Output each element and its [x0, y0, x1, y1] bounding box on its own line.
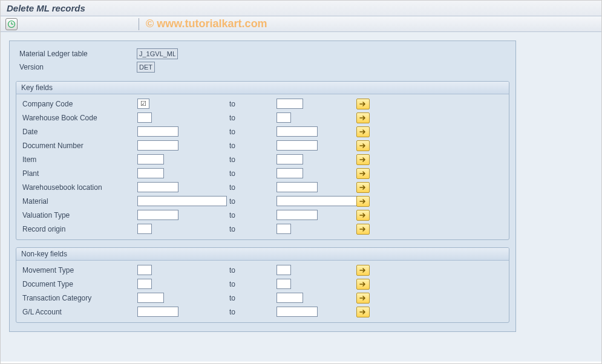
key-field-to-input[interactable]	[276, 154, 303, 164]
nonkey-fields-title: Non-key fields	[16, 248, 509, 261]
nonkey-field-from-input[interactable]	[137, 279, 152, 289]
multiple-selection-button[interactable]	[356, 196, 370, 207]
key-field-row: Plantto	[20, 166, 505, 180]
key-field-to-input[interactable]	[276, 126, 318, 137]
nonkey-fields-body: Movement TypetoDocument TypetoTransactio…	[16, 261, 509, 322]
key-field-to-input[interactable]	[276, 99, 303, 109]
nonkey-field-from-wrap	[137, 279, 228, 289]
toolbar: © www.tutorialkart.com	[1, 16, 601, 32]
arrow-right-icon	[359, 157, 367, 163]
key-field-from-input[interactable]	[137, 182, 178, 192]
nonkey-field-from-wrap	[137, 265, 228, 275]
key-field-to-wrap	[276, 99, 356, 109]
multiple-selection-button[interactable]	[356, 140, 370, 151]
key-field-to-input[interactable]	[276, 112, 291, 123]
multiple-selection-button[interactable]	[356, 293, 370, 304]
key-field-row: Materialto	[20, 194, 505, 208]
arrow-right-icon	[359, 184, 367, 190]
multiple-selection-button[interactable]	[356, 112, 370, 123]
nonkey-field-more-wrap	[356, 293, 375, 304]
multiple-selection-button[interactable]	[356, 265, 370, 276]
key-field-row: Warehousebook locationto	[20, 180, 505, 194]
nonkey-field-label: Document Type	[20, 280, 137, 288]
key-field-more-wrap	[356, 210, 375, 221]
key-field-to-label: to	[228, 197, 276, 206]
multiple-selection-button[interactable]	[356, 307, 370, 317]
multiple-selection-button[interactable]	[356, 168, 370, 179]
multiple-selection-button[interactable]	[356, 126, 370, 137]
key-field-label: Warehouse Book Code	[20, 114, 137, 122]
execute-button[interactable]	[5, 18, 18, 30]
key-field-label: Document Number	[20, 141, 137, 150]
arrow-right-icon	[359, 198, 367, 204]
nonkey-field-from-input[interactable]	[137, 265, 152, 275]
multiple-selection-button[interactable]	[356, 224, 370, 235]
nonkey-field-label: G/L Account	[20, 308, 137, 316]
nonkey-field-row: G/L Accountto	[20, 305, 505, 319]
key-field-to-wrap	[276, 126, 356, 137]
nonkey-field-to-wrap	[276, 279, 356, 289]
key-field-to-input[interactable]	[276, 182, 318, 192]
key-field-from-input[interactable]	[137, 224, 152, 234]
material-ledger-input[interactable]	[137, 48, 178, 59]
key-field-to-input[interactable]	[276, 224, 291, 234]
key-field-more-wrap	[356, 99, 375, 109]
key-field-from-input[interactable]	[137, 140, 178, 151]
nonkey-field-to-input[interactable]	[276, 265, 291, 275]
key-field-from-check[interactable]: ☑	[137, 99, 149, 109]
arrow-right-icon	[359, 212, 367, 218]
key-field-row: Dateto	[20, 125, 505, 138]
nonkey-field-from-wrap	[137, 307, 228, 317]
nonkey-field-to-input[interactable]	[276, 279, 291, 289]
key-field-from-input[interactable]	[137, 196, 227, 206]
key-field-from-wrap	[137, 112, 228, 123]
arrow-right-icon	[359, 295, 367, 301]
nonkey-field-more-wrap	[356, 307, 375, 317]
multiple-selection-button[interactable]	[356, 182, 370, 193]
key-field-to-input[interactable]	[276, 168, 303, 178]
key-field-from-wrap	[137, 168, 228, 178]
key-field-to-label: to	[228, 141, 276, 150]
key-field-to-wrap	[276, 168, 356, 178]
key-field-from-wrap	[137, 140, 228, 151]
key-field-label: Record origin	[20, 225, 137, 233]
nonkey-field-from-input[interactable]	[137, 293, 164, 303]
nonkey-field-to-wrap	[276, 307, 356, 317]
version-row: Version	[16, 60, 509, 74]
nonkey-field-from-input[interactable]	[137, 307, 178, 317]
arrow-right-icon	[359, 171, 367, 177]
nonkey-field-to-input[interactable]	[276, 293, 303, 303]
key-field-to-input[interactable]	[276, 140, 318, 151]
key-field-more-wrap	[356, 196, 375, 207]
key-field-row: Company Code☑to	[20, 97, 505, 111]
multiple-selection-button[interactable]	[356, 279, 370, 290]
key-field-label: Date	[20, 128, 137, 136]
key-field-label: Company Code	[20, 100, 137, 108]
key-field-from-input[interactable]	[137, 168, 164, 178]
version-input[interactable]	[137, 62, 155, 73]
key-field-from-input[interactable]	[137, 210, 178, 220]
arrow-right-icon	[359, 101, 367, 107]
nonkey-field-to-label: to	[228, 294, 276, 302]
key-field-label: Valuation Type	[20, 211, 137, 219]
clock-icon	[7, 20, 16, 28]
key-field-more-wrap	[356, 140, 375, 151]
key-field-from-input[interactable]	[137, 154, 164, 164]
nonkey-field-row: Document Typeto	[20, 277, 505, 291]
key-field-row: Document Numberto	[20, 138, 505, 152]
key-field-from-input[interactable]	[137, 112, 152, 123]
key-field-to-input[interactable]	[276, 210, 318, 220]
key-field-to-wrap	[276, 154, 356, 164]
key-field-from-input[interactable]	[137, 126, 178, 137]
key-field-row: Valuation Typeto	[20, 208, 505, 222]
key-field-to-wrap	[276, 224, 356, 234]
multiple-selection-button[interactable]	[356, 210, 370, 221]
arrow-right-icon	[359, 267, 367, 273]
multiple-selection-button[interactable]	[356, 99, 370, 109]
multiple-selection-button[interactable]	[356, 154, 370, 165]
version-label: Version	[16, 63, 137, 71]
nonkey-field-to-input[interactable]	[276, 307, 318, 317]
key-field-to-input[interactable]	[276, 196, 364, 206]
key-field-more-wrap	[356, 182, 375, 193]
key-field-from-wrap	[137, 224, 228, 234]
